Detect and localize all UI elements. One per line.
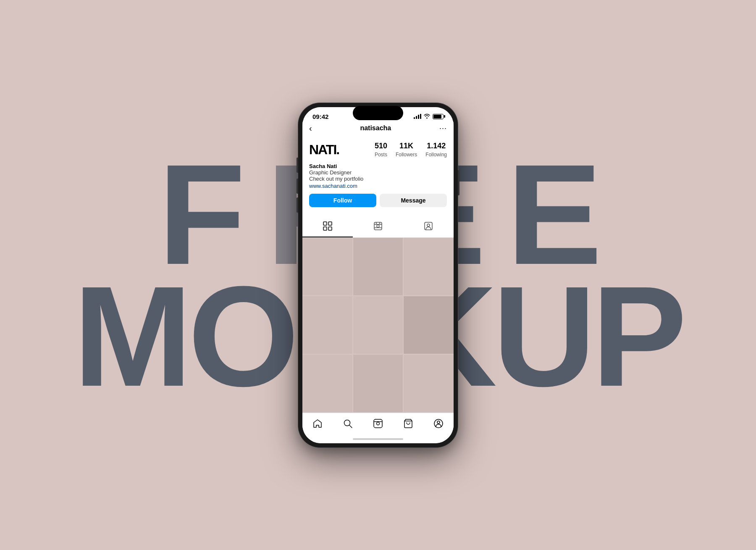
svg-point-15	[377, 422, 380, 425]
stat-posts-label: Posts	[375, 152, 387, 158]
bio-title: Graphic Designer	[309, 169, 447, 176]
stat-following: 1.142 Following	[425, 142, 447, 158]
grid-cell-2[interactable]	[353, 238, 403, 295]
more-button[interactable]: ···	[439, 124, 447, 133]
phone-wrapper: 09:42	[298, 103, 458, 447]
stat-followers-label: Followers	[396, 152, 417, 158]
svg-line-13	[349, 425, 352, 428]
stat-followers: 11K Followers	[396, 142, 417, 158]
tab-reels[interactable]	[353, 217, 403, 237]
profile-icon	[433, 418, 444, 431]
home-icon	[312, 418, 323, 431]
action-buttons: Follow Message	[309, 194, 447, 207]
bottom-nav-search[interactable]	[339, 417, 357, 432]
wifi-icon	[424, 113, 430, 120]
bottom-nav-reels[interactable]	[369, 417, 387, 432]
follow-button[interactable]: Follow	[309, 194, 376, 207]
svg-rect-2	[323, 227, 327, 230]
bio-link[interactable]: www.sachanati.com	[309, 183, 357, 189]
battery-icon	[433, 114, 444, 119]
app-content: ‹ natisacha ··· NATI. 510 Posts	[302, 120, 454, 443]
svg-rect-1	[328, 222, 332, 225]
tagged-icon	[424, 221, 433, 233]
grid-cell-6[interactable]	[404, 296, 454, 354]
svg-point-11	[427, 224, 430, 226]
bio-description: Check out my portfolio	[309, 176, 447, 182]
grid-cell-4[interactable]	[302, 296, 352, 354]
back-button[interactable]: ‹	[309, 124, 312, 133]
grid-cell-7[interactable]	[302, 355, 352, 412]
phone-device: 09:42	[298, 103, 458, 447]
grid-cell-5[interactable]	[353, 296, 403, 354]
stat-followers-number: 11K	[396, 142, 417, 150]
svg-rect-14	[374, 419, 382, 428]
grid-cell-3[interactable]	[404, 238, 454, 295]
home-bar	[353, 438, 403, 440]
bio-name: Sacha Nati	[309, 163, 447, 169]
nav-username: natisacha	[360, 124, 391, 132]
svg-point-12	[344, 420, 350, 426]
bottom-nav-home[interactable]	[308, 417, 327, 432]
tab-tagged[interactable]	[403, 217, 454, 237]
svg-point-19	[437, 421, 440, 424]
dynamic-island	[353, 107, 403, 121]
svg-rect-0	[323, 222, 327, 225]
stat-following-label: Following	[425, 152, 447, 158]
stat-following-number: 1.142	[425, 142, 447, 150]
bottom-nav	[302, 413, 454, 435]
bio-section: Sacha Nati Graphic Designer Check out my…	[309, 163, 447, 189]
reels-bottom-icon	[373, 418, 383, 431]
bottom-nav-profile[interactable]	[429, 417, 448, 432]
grid-cell-1[interactable]	[302, 238, 352, 295]
grid-cell-8[interactable]	[353, 355, 403, 412]
bg-letter-f: F	[158, 143, 242, 286]
profile-stats: 510 Posts 11K Followers 1.142 Following	[375, 142, 447, 158]
tab-grid[interactable]	[302, 217, 353, 237]
stat-posts: 510 Posts	[375, 142, 387, 158]
message-button[interactable]: Message	[380, 194, 447, 207]
profile-info-row: NATI. 510 Posts 11K Followers 1.	[309, 142, 447, 158]
status-icons	[414, 113, 444, 120]
svg-rect-4	[374, 222, 382, 230]
signal-icon	[414, 114, 421, 119]
grid-icon	[323, 221, 332, 233]
profile-tabs	[302, 217, 454, 238]
profile-logo: NATI.	[309, 142, 368, 158]
bottom-nav-shop[interactable]	[399, 417, 417, 432]
svg-point-5	[377, 225, 379, 227]
phone-screen: 09:42	[302, 107, 454, 443]
grid-cell-9[interactable]	[404, 355, 454, 412]
svg-rect-3	[328, 227, 332, 230]
status-time: 09:42	[312, 113, 328, 120]
search-icon	[343, 418, 353, 431]
profile-header: NATI. 510 Posts 11K Followers 1.	[302, 137, 454, 217]
stat-posts-number: 510	[375, 142, 387, 150]
photo-grid	[302, 238, 454, 413]
shop-icon	[403, 418, 413, 431]
reels-icon	[373, 221, 383, 233]
bg-letter-e2: E	[507, 143, 598, 286]
home-indicator	[302, 435, 454, 443]
